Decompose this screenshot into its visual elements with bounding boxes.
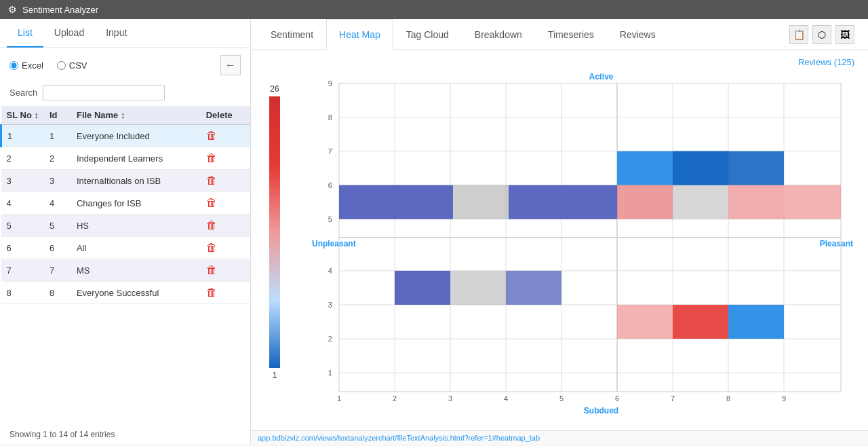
tab-sentiment[interactable]: Sentiment <box>258 19 326 50</box>
col-id: Id <box>44 106 71 125</box>
svg-rect-41 <box>506 271 561 305</box>
cell-id: 6 <box>44 237 71 259</box>
scale-label-top: 26 <box>270 84 279 94</box>
cell-delete: 🗑 <box>201 282 250 304</box>
table-row[interactable]: 7 7 MS 🗑 <box>1 259 251 282</box>
main-layout: List Upload Input Excel CSV ← Search <box>0 19 868 445</box>
svg-rect-36 <box>339 185 453 219</box>
svg-text:6: 6 <box>328 182 332 190</box>
delete-button[interactable]: 🗑 <box>206 152 217 164</box>
cell-id: 7 <box>44 259 71 282</box>
excel-radio[interactable] <box>9 61 18 70</box>
table-row[interactable]: 8 8 Everyone Successful 🗑 <box>1 282 251 304</box>
table-row[interactable]: 2 2 Independent Learners 🗑 <box>1 147 251 170</box>
cell-id: 3 <box>44 170 71 192</box>
table-wrapper: SL No ↕ Id File Name ↕ Delete 1 1 Everyo… <box>0 106 250 304</box>
csv-radio-label[interactable]: CSV <box>57 60 87 71</box>
tab-breakdown[interactable]: Breakdown <box>462 19 535 50</box>
svg-rect-47 <box>784 185 841 219</box>
delete-button[interactable]: 🗑 <box>206 197 217 209</box>
cell-id: 4 <box>44 192 71 215</box>
tab-reviews[interactable]: Reviews <box>607 19 669 50</box>
svg-text:1: 1 <box>337 394 341 403</box>
cell-id: 5 <box>44 215 71 237</box>
cell-sl: 4 <box>1 192 44 215</box>
cell-sl: 7 <box>1 259 44 282</box>
cell-filename: Changes for ISB <box>71 192 201 215</box>
export-img-icon[interactable]: 🖼 <box>835 25 854 44</box>
scale-bar <box>269 96 280 368</box>
search-bar: Search <box>0 82 250 106</box>
cell-delete: 🗑 <box>201 215 250 237</box>
csv-label: CSV <box>69 60 87 71</box>
cell-filename: All <box>71 237 201 259</box>
svg-rect-46 <box>728 185 784 219</box>
svg-text:6: 6 <box>615 394 619 403</box>
cell-sl: 6 <box>1 237 44 259</box>
table-row[interactable]: 5 5 HS 🗑 <box>1 215 251 237</box>
tab-timeseries[interactable]: Timeseries <box>535 19 607 50</box>
axis-active-label: Active <box>589 72 613 81</box>
chart-area: Reviews (125) 26 1 Active Subdued Unplea… <box>251 50 868 430</box>
cell-delete: 🗑 <box>201 192 250 215</box>
search-input[interactable] <box>43 85 165 100</box>
sidebar-controls: Excel CSV ← <box>0 48 250 82</box>
svg-text:4: 4 <box>504 394 508 403</box>
delete-button[interactable]: 🗑 <box>206 286 217 299</box>
export-table-icon[interactable]: 📋 <box>789 25 808 44</box>
tab-heatmap[interactable]: Heat Map <box>326 19 393 50</box>
svg-text:5: 5 <box>328 216 332 224</box>
svg-rect-45 <box>673 185 728 219</box>
table-row[interactable]: 6 6 All 🗑 <box>1 237 251 259</box>
svg-text:3: 3 <box>448 394 452 403</box>
cell-delete: 🗑 <box>201 147 250 170</box>
sidebar-tab-input[interactable]: Input <box>95 19 138 48</box>
svg-text:1: 1 <box>328 369 332 377</box>
nav-tab-icons: 📋 ⬡ 🖼 <box>789 25 861 44</box>
svg-rect-44 <box>617 185 673 219</box>
svg-text:7: 7 <box>671 394 675 403</box>
cell-sl: 1 <box>1 125 44 147</box>
cell-sl: 8 <box>1 282 44 304</box>
sidebar-tab-upload[interactable]: Upload <box>43 19 95 48</box>
col-delete: Delete <box>201 106 250 125</box>
delete-button[interactable]: 🗑 <box>206 130 217 142</box>
search-label: Search <box>9 88 37 98</box>
cell-sl: 2 <box>1 147 44 170</box>
svg-rect-48 <box>617 305 673 339</box>
cell-filename: HS <box>71 215 201 237</box>
svg-text:8: 8 <box>726 394 730 403</box>
svg-text:4: 4 <box>328 267 332 275</box>
statusbar: app.bdbizviz.com/views/textanalyzerchart… <box>251 430 868 445</box>
cell-filename: Independent Learners <box>71 147 201 170</box>
svg-rect-37 <box>453 185 509 219</box>
cell-delete: 🗑 <box>201 237 250 259</box>
cell-filename: InternaItionals on ISB <box>71 170 201 192</box>
tab-tagcloud[interactable]: Tag Cloud <box>393 19 462 50</box>
svg-text:7: 7 <box>328 148 332 156</box>
cell-filename: Everyone Successful <box>71 282 201 304</box>
excel-label: Excel <box>22 60 43 71</box>
sidebar-tab-list[interactable]: List <box>7 19 43 48</box>
export-xls-icon[interactable]: ⬡ <box>812 25 831 44</box>
table-row[interactable]: 4 4 Changes for ISB 🗑 <box>1 192 251 215</box>
svg-rect-39 <box>395 271 450 305</box>
heatmap-svg: 9 8 7 6 5 4 3 2 1 1 2 3 4 5 <box>298 71 854 417</box>
svg-text:2: 2 <box>328 335 332 343</box>
files-table: SL No ↕ Id File Name ↕ Delete 1 1 Everyo… <box>0 106 250 304</box>
delete-button[interactable]: 🗑 <box>206 174 217 187</box>
cell-filename: MS <box>71 259 201 282</box>
csv-radio[interactable] <box>57 61 66 70</box>
reviews-link[interactable]: Reviews (125) <box>264 57 854 67</box>
excel-radio-label[interactable]: Excel <box>9 60 43 71</box>
axis-subdued-label: Subdued <box>584 406 618 415</box>
cell-id: 2 <box>44 147 71 170</box>
delete-button[interactable]: 🗑 <box>206 219 217 231</box>
table-row[interactable]: 1 1 Everyone Included 🗑 <box>1 125 251 147</box>
back-button[interactable]: ← <box>220 55 241 75</box>
cell-sl: 5 <box>1 215 44 237</box>
chart-container: 26 1 Active Subdued Unpleasant Pleasant <box>264 71 854 417</box>
delete-button[interactable]: 🗑 <box>206 264 217 276</box>
delete-button[interactable]: 🗑 <box>206 242 217 254</box>
table-row[interactable]: 3 3 InternaItionals on ISB 🗑 <box>1 170 251 192</box>
